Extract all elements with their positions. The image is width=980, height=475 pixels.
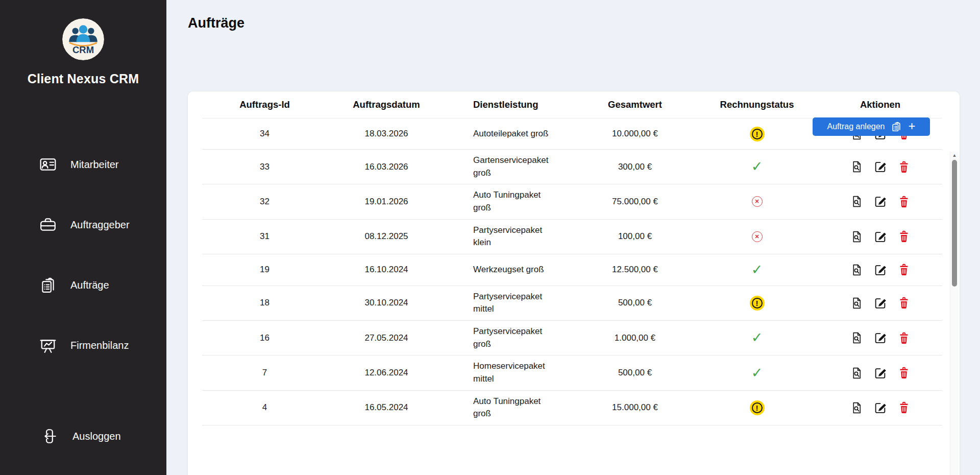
value-cell: 15.000,00 €	[574, 402, 696, 413]
file-search-icon	[850, 160, 863, 173]
actions-cell	[818, 366, 942, 380]
delete-order-button[interactable]	[897, 195, 911, 208]
logout-button[interactable]: Ausloggen	[0, 422, 166, 450]
value-cell: 300,00 €	[574, 162, 696, 172]
service-cell: Partyservicepaket groß	[446, 321, 574, 355]
invoice-status-icon	[751, 160, 763, 174]
edit-order-button[interactable]	[873, 401, 887, 415]
view-invoice-button[interactable]	[850, 401, 864, 415]
sidebar: CRM Client Nexus CRM Mitarbeiter	[0, 0, 166, 475]
order-id-cell: 18	[202, 298, 327, 308]
create-order-button[interactable]: Auftrag anlegen +	[813, 117, 930, 136]
file-search-icon	[850, 367, 863, 379]
view-invoice-button[interactable]	[850, 366, 864, 380]
actions-cell	[818, 230, 942, 244]
orders-table-header: Auftrags-Id Auftragsdatum Dienstleistung…	[202, 91, 942, 118]
edit-icon	[874, 401, 887, 414]
sidebar-logout-section: Ausloggen	[0, 422, 166, 450]
status-cell	[696, 196, 818, 207]
trash-icon	[898, 230, 910, 243]
table-row: 16 27.05.2024 Partyservicepaket groß 1.0…	[202, 321, 942, 355]
invoice-status-icon	[752, 129, 763, 139]
edit-order-button[interactable]	[873, 366, 887, 380]
brand: CRM Client Nexus CRM	[0, 0, 166, 86]
value-cell: 100,00 €	[574, 231, 696, 242]
view-invoice-button[interactable]	[850, 195, 864, 208]
view-invoice-button[interactable]	[850, 331, 864, 345]
delete-order-button[interactable]	[897, 366, 911, 380]
actions-cell	[818, 263, 942, 277]
create-order-label: Auftrag anlegen	[827, 122, 885, 131]
table-row: 19 16.10.2024 Werkzeugset groß 12.500,00…	[202, 254, 942, 286]
table-row: 18 30.10.2024 Partyservicepaket mittel 5…	[202, 286, 942, 321]
page-title: Aufträge	[188, 15, 960, 31]
view-invoice-button[interactable]	[850, 230, 864, 244]
chart-board-icon	[39, 336, 57, 354]
value-cell: 75.000,00 €	[574, 197, 696, 207]
delete-order-button[interactable]	[897, 230, 911, 244]
scrollbar-up-arrow-icon[interactable]: ▲	[952, 152, 957, 159]
sidebar-item-auftraege[interactable]: Aufträge	[0, 271, 166, 299]
scrollbar-thumb[interactable]	[952, 160, 957, 287]
service-cell: Auto Tuningpaket groß	[446, 184, 574, 219]
edit-order-button[interactable]	[873, 263, 887, 277]
delete-order-button[interactable]	[897, 296, 911, 310]
column-header-date: Auftragsdatum	[327, 99, 446, 110]
service-cell: Werkzeugset groß	[446, 259, 574, 281]
delete-order-button[interactable]	[897, 263, 911, 277]
order-date-cell: 12.06.2024	[327, 368, 446, 378]
actions-cell	[818, 331, 942, 345]
order-id-cell: 33	[202, 162, 327, 172]
sidebar-nav: Mitarbeiter Auftraggeber	[0, 150, 166, 360]
status-cell	[696, 231, 818, 242]
edit-order-button[interactable]	[873, 331, 887, 345]
invoice-status-icon	[752, 402, 763, 413]
edit-icon	[874, 264, 887, 276]
sidebar-item-firmenbilanz[interactable]: Firmenbilanz	[0, 331, 166, 360]
status-cell	[696, 298, 818, 308]
value-cell: 1.000,00 €	[574, 333, 696, 343]
status-cell	[696, 402, 818, 413]
order-id-cell: 34	[202, 129, 327, 139]
briefcase-icon	[39, 216, 57, 234]
service-cell: Autoteilepaket groß	[446, 123, 574, 145]
delete-order-button[interactable]	[897, 401, 911, 415]
orders-card: Auftrag anlegen + Auftrags-Id Auftragsda…	[188, 91, 960, 475]
edit-icon	[874, 297, 887, 310]
order-date-cell: 08.12.2025	[327, 231, 446, 242]
actions-cell	[818, 401, 942, 415]
edit-order-button[interactable]	[873, 230, 887, 244]
sidebar-item-label: Firmenbilanz	[70, 340, 129, 351]
app-title: Client Nexus CRM	[28, 72, 139, 86]
view-invoice-button[interactable]	[850, 263, 864, 277]
id-card-icon	[39, 155, 57, 174]
service-cell: Partyservicepaket klein	[446, 220, 574, 254]
order-date-cell: 27.05.2024	[327, 333, 446, 343]
table-row: 33 16.03.2026 Gartenservicepaket groß 30…	[202, 150, 942, 184]
file-search-icon	[850, 195, 863, 208]
clipboard-icon	[39, 276, 57, 294]
order-date-cell: 18.03.2026	[327, 129, 446, 139]
order-id-cell: 31	[202, 231, 327, 242]
view-invoice-button[interactable]	[850, 160, 864, 174]
trash-icon	[898, 196, 910, 208]
service-cell: Gartenservicepaket groß	[446, 150, 574, 184]
orders-table-body: 34 18.03.2026 Autoteilepaket groß 10.000…	[202, 118, 942, 425]
file-search-icon	[850, 264, 863, 276]
edit-order-button[interactable]	[873, 160, 887, 174]
edit-order-button[interactable]	[873, 195, 887, 208]
edit-icon	[874, 331, 887, 344]
edit-order-button[interactable]	[873, 296, 887, 310]
sidebar-item-mitarbeiter[interactable]: Mitarbeiter	[0, 150, 166, 179]
edit-icon	[874, 230, 887, 243]
delete-order-button[interactable]	[897, 331, 911, 345]
column-header-id: Auftrags-Id	[202, 99, 327, 110]
delete-order-button[interactable]	[897, 160, 911, 174]
logo-text: CRM	[72, 44, 94, 55]
view-invoice-button[interactable]	[850, 296, 864, 310]
file-search-icon	[850, 297, 863, 310]
sidebar-item-auftraggeber[interactable]: Auftraggeber	[0, 210, 166, 239]
invoice-status-icon	[751, 366, 763, 380]
column-header-actions: Aktionen	[818, 99, 942, 110]
vertical-scrollbar[interactable]: ▲ ▼	[950, 152, 959, 475]
